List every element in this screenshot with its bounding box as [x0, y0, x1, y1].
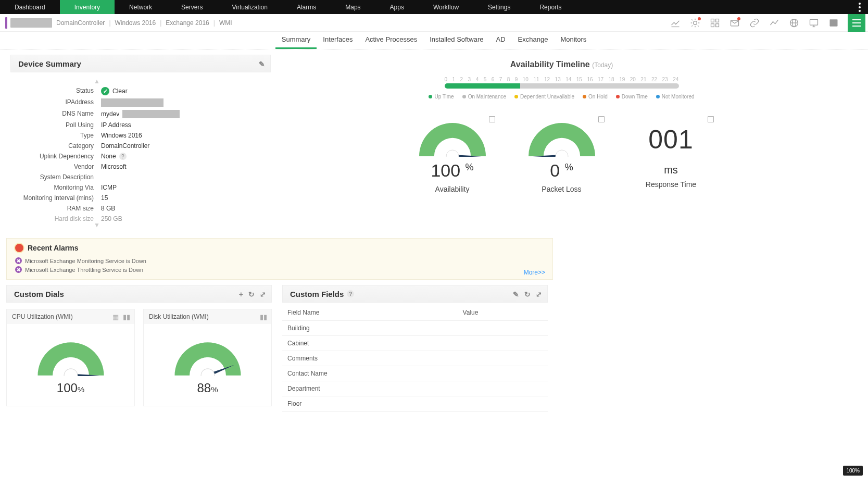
legend-item: Up Time [429, 94, 454, 99]
svg-rect-28 [708, 117, 713, 122]
tab-monitors[interactable]: Monitors [554, 31, 593, 49]
breadcrumb: DomainController | Windows 2016 | Exchan… [10, 18, 232, 28]
svg-rect-9 [711, 19, 714, 22]
nav-inventory[interactable]: Inventory [60, 0, 115, 14]
cf-name: Department [282, 381, 458, 396]
ds-value [101, 173, 266, 181]
device-summary-title-bar: Device Summary ✎ [10, 55, 271, 72]
legend-item: Down Time [616, 94, 648, 99]
svg-line-7 [691, 26, 693, 27]
panel-action-icon[interactable]: + [239, 290, 243, 298]
grid-icon[interactable] [709, 17, 721, 29]
nav-apps[interactable]: Apps [375, 0, 419, 14]
tab-exchange[interactable]: Exchange [512, 31, 555, 49]
status-ok-icon: ✓ [101, 87, 109, 95]
bottom-row: Custom Dials +↻⤢ CPU Utilization (WMI)▦▮… [0, 285, 868, 427]
timeline-rest-segment [520, 83, 678, 89]
chart-icon[interactable] [670, 17, 681, 29]
nav-virtualization[interactable]: Virtualization [217, 0, 282, 14]
card-bars-icon[interactable]: ▮▮ [123, 313, 130, 321]
tab-interfaces[interactable]: Interfaces [317, 31, 359, 49]
alarm-severity-icon: ✖ [15, 266, 22, 273]
terminal-icon[interactable]: >_ [828, 17, 839, 29]
panel-action-icon[interactable]: ↻ [524, 290, 531, 298]
ds-value: DomainController [101, 142, 266, 149]
sun-icon[interactable] [689, 17, 701, 29]
alarm-row[interactable]: ✖Microsoft Exchange Monitoring Service i… [15, 256, 544, 265]
custom-dials-panel: Custom Dials +↻⤢ CPU Utilization (WMI)▦▮… [6, 285, 272, 412]
help-icon[interactable]: ? [347, 290, 354, 297]
panel-action-icon[interactable]: ⤢ [536, 290, 542, 298]
gauge-options-icon[interactable] [597, 115, 606, 125]
scroll-up-icon[interactable]: ▲ [94, 78, 100, 85]
link-icon[interactable] [749, 17, 760, 29]
gauge-label: Response Time [630, 180, 713, 189]
kebab-icon[interactable] [854, 0, 865, 14]
nav-dashboard[interactable]: Dashboard [0, 0, 60, 14]
globe-icon[interactable] [788, 17, 800, 29]
nav-workflow[interactable]: Workflow [419, 0, 473, 14]
svg-rect-17 [810, 19, 818, 25]
ds-value: mydev [101, 110, 266, 118]
alarm-row[interactable]: ✖Microsoft Exchange Throttling Service i… [15, 265, 544, 274]
more-link[interactable]: More>> [524, 269, 545, 276]
help-icon[interactable]: ? [119, 153, 127, 160]
legend-item: Not Monitored [656, 94, 695, 99]
ds-label: Type [16, 132, 94, 139]
edit-icon[interactable]: ✎ [259, 60, 265, 68]
line-icon[interactable] [769, 17, 780, 29]
device-name-redacted [10, 18, 52, 28]
svg-text:>_: >_ [831, 21, 835, 25]
sub-header: DomainController | Windows 2016 | Exchan… [0, 14, 868, 32]
nav-network[interactable]: Network [115, 0, 167, 14]
dial-card-header: Disk Utilization (WMI)▮▮ [144, 309, 271, 324]
card-grid-icon[interactable]: ▦ [112, 313, 119, 321]
gauge-label: Availability [411, 185, 494, 193]
panel-action-icon[interactable]: ↻ [248, 290, 255, 298]
gauge-row: 100 %Availability0 %Packet Loss001msResp… [281, 115, 842, 193]
ds-label: Monitoring Via [16, 184, 94, 191]
custom-dials-title: Custom Dials [14, 290, 64, 298]
monitor-icon[interactable] [808, 17, 820, 29]
gauge-packet-loss: 0 %Packet Loss [520, 115, 603, 193]
mail-icon[interactable] [729, 17, 740, 29]
cf-name: Comments [282, 351, 458, 366]
cf-row: Comments [282, 351, 548, 366]
ds-value: Microsoft [101, 163, 266, 170]
timeline-legend: Up TimeOn MaintenanceDependent Unavailab… [281, 94, 842, 99]
hamburger-icon[interactable] [848, 14, 865, 32]
redacted-value [101, 98, 163, 107]
svg-rect-22 [489, 117, 495, 122]
panel-action-icon[interactable]: ✎ [513, 290, 519, 298]
cf-row: Floor [282, 396, 548, 412]
cf-name: Contact Name [282, 366, 458, 381]
nav-maps[interactable]: Maps [331, 0, 375, 14]
alarm-severity-icon: ✖ [15, 257, 22, 264]
dial-card-header: CPU Utilization (WMI)▦▮▮ [7, 309, 134, 324]
timeline-hours: 0123456789101112131415161718192021222324 [445, 77, 679, 82]
card-bars-icon[interactable]: ▮▮ [260, 313, 267, 321]
ds-label: Monitoring Interval (mins) [16, 194, 94, 202]
tab-summary[interactable]: Summary [275, 31, 317, 49]
ds-value: 15 [101, 194, 266, 202]
gauge-options-icon[interactable] [488, 115, 496, 125]
nav-servers[interactable]: Servers [167, 0, 217, 14]
cf-value [458, 396, 548, 412]
cf-value [458, 336, 548, 351]
nav-settings[interactable]: Settings [473, 0, 525, 14]
tab-ad[interactable]: AD [490, 31, 512, 49]
tab-installed-software[interactable]: Installed Software [423, 31, 489, 49]
ds-value: 8 GB [101, 205, 266, 212]
panel-action-icon[interactable]: ⤢ [260, 290, 266, 298]
nav-reports[interactable]: Reports [525, 0, 576, 14]
tab-active-processes[interactable]: Active Processes [359, 31, 423, 49]
ds-label: Vendor [16, 163, 94, 170]
nav-alarms[interactable]: Alarms [282, 0, 331, 14]
gauge-options-icon[interactable] [707, 115, 715, 125]
top-nav: DashboardInventoryNetworkServersVirtuali… [0, 0, 868, 14]
svg-rect-12 [716, 24, 719, 27]
cf-value [458, 321, 548, 336]
ds-label: Poll Using [16, 121, 94, 129]
scroll-down-icon[interactable]: ▼ [94, 221, 100, 229]
recent-alarms-panel: Recent Alarms ✖Microsoft Exchange Monito… [6, 238, 553, 280]
